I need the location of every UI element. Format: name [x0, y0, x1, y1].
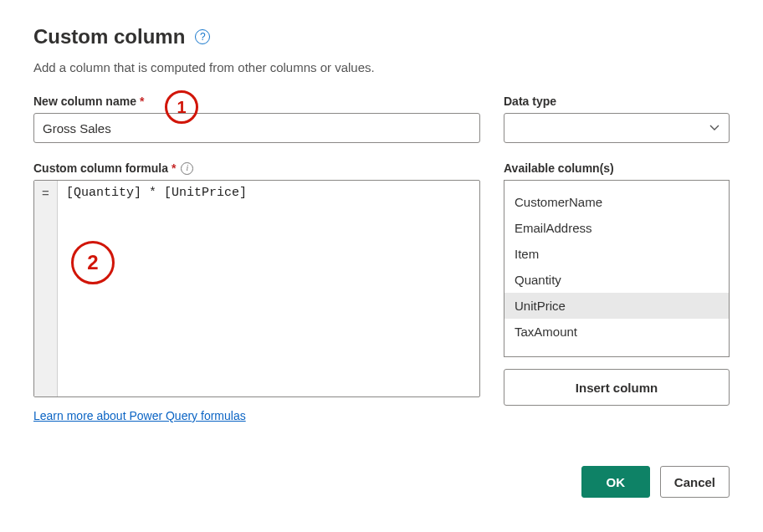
list-item[interactable]: Item	[504, 241, 729, 267]
learn-more-link[interactable]: Learn more about Power Query formulas	[33, 409, 246, 422]
list-item[interactable]: OrderDate	[504, 180, 729, 189]
new-column-name-label: New column name *	[33, 95, 480, 108]
formula-gutter: =	[34, 181, 58, 396]
chevron-down-icon	[709, 122, 720, 134]
formula-label: Custom column formula *	[33, 161, 176, 175]
help-icon[interactable]: ?	[195, 29, 210, 44]
list-item[interactable]: CustomerName	[504, 189, 729, 215]
available-columns-list[interactable]: OrderDateCustomerNameEmailAddressItemQua…	[504, 180, 730, 357]
new-column-name-input[interactable]	[33, 113, 480, 143]
data-type-select[interactable]	[504, 113, 730, 143]
list-item[interactable]: EmailAddress	[504, 215, 729, 241]
dialog-title: Custom column	[33, 25, 185, 49]
required-marker: *	[172, 161, 176, 175]
insert-column-button[interactable]: Insert column	[504, 369, 730, 406]
cancel-button[interactable]: Cancel	[660, 466, 730, 498]
available-columns-label: Available column(s)	[504, 161, 730, 175]
dialog-title-row: Custom column ?	[33, 25, 730, 49]
list-item[interactable]: Quantity	[504, 267, 729, 293]
data-type-label: Data type	[504, 95, 730, 108]
list-item[interactable]: UnitPrice	[504, 293, 729, 319]
required-marker: *	[140, 95, 144, 108]
formula-editor[interactable]: = [Quantity] * [UnitPrice]	[33, 180, 480, 397]
info-icon[interactable]: i	[181, 162, 193, 175]
list-item[interactable]: TaxAmount	[504, 319, 729, 345]
ok-button[interactable]: OK	[581, 466, 650, 498]
formula-label-text: Custom column formula	[33, 161, 168, 175]
new-column-name-label-text: New column name	[33, 95, 136, 108]
dialog-footer: OK Cancel	[33, 466, 730, 498]
dialog-subtitle: Add a column that is computed from other…	[33, 60, 730, 74]
formula-text[interactable]: [Quantity] * [UnitPrice]	[58, 181, 479, 396]
